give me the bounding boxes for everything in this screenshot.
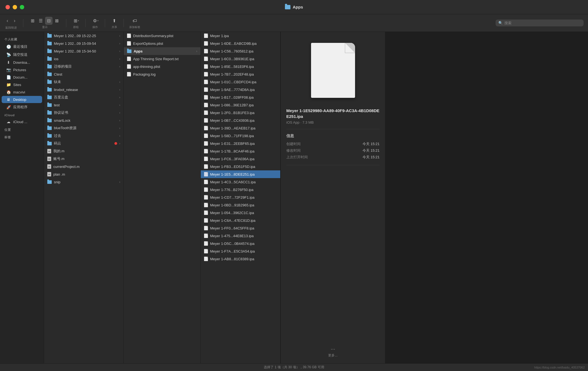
list-item[interactable]: m currentProject.m [44,163,123,170]
list-item-selected[interactable]: Meyer 1-1E5...8DEE251.ipa [201,170,280,178]
list-item[interactable]: Ctest [44,70,123,78]
list-item[interactable]: Meyer 1-FB3...ED51F5D.ipa [201,163,280,170]
list-item[interactable]: Meyer 1-0BD...91B2965.ipa [201,201,280,209]
sidebar-item-macvivi[interactable]: 🏠 macvivi [2,88,42,96]
list-item[interactable]: Meyer 1-9AE...7774D8A.ipa [201,86,280,93]
nav-label: 返回/前进 [5,26,17,30]
list-item[interactable]: Meyer 1-0B7...CC43936.ipa [201,117,280,124]
view-cover-button[interactable]: ⊠ [53,17,61,25]
folder-icon [47,142,52,145]
expand-arrow: › [119,111,120,114]
search-box[interactable]: 🔍 [496,20,584,26]
list-item[interactable]: Meyer 1-85E...581E0F6.ipa [201,63,280,70]
list-item[interactable]: Meyer 1-AB8...81C8389.ipa [201,255,280,263]
list-item[interactable]: Meyer 1-C56...7605812.ipa [201,47,280,55]
list-item[interactable]: 协议证书 › [44,109,123,117]
list-item[interactable]: Meyer 1-776...B276F50.ipa [201,186,280,193]
list-item[interactable]: 百度云盘 › [44,93,123,101]
list-item[interactable]: Meyer 1-01C...CBDFCD4.ipa [201,78,280,86]
group-button[interactable]: ⊞ ▾ [72,17,80,25]
list-item[interactable]: ExportOptions.plist [124,40,200,47]
sidebar-item-apps[interactable]: 🚀 应用程序 [2,103,42,111]
sidebar-item-desktop[interactable]: 🖥 Desktop [2,96,42,103]
list-item[interactable]: Meyer 1-086...36E12B7.ipa [201,101,280,109]
list-item[interactable]: 迁移的项目 › [44,63,123,70]
list-item[interactable]: Meyer 1-17B...8CA4F46.ipa [201,147,280,155]
list-item[interactable]: test › [44,101,123,109]
list-item[interactable]: Meyer 1 202...08 15-34-50 › [44,47,123,55]
list-item[interactable]: Meyer 1-7B7...202EF48.ipa [201,70,280,78]
list-item[interactable]: Meyer 1 202...09 15-09-54 › [44,40,123,47]
list-item[interactable]: m plan .m [44,170,123,178]
doc-icon [204,172,208,176]
sidebar-item-pictures[interactable]: 📷 Pictures [2,66,42,73]
list-item[interactable]: Meyer 1-D5C...0B44574.ipa [201,240,280,247]
sidebar-item-airdrop[interactable]: 📡 隔空投送 [2,51,42,59]
folder-icon [47,34,52,38]
doc-icon [204,203,208,207]
sidebar-item-downloads[interactable]: ⬇ Downloa... [2,59,42,66]
m-file-icon: m [47,164,51,169]
list-item[interactable]: Meyer 1-475...44E8E13.ipa [201,232,280,240]
tag-button[interactable]: 🏷 [131,17,139,25]
list-item[interactable]: smartLock › [44,117,123,124]
list-item[interactable]: Meyer 1-58D...71FF198.ipa [201,132,280,140]
list-item[interactable]: Meyer 1.ipa [201,32,280,40]
sidebar-item-icloud[interactable]: ☁ iCloud ... [2,118,42,125]
list-item[interactable]: Meyer 1-054...3962C1C.ipa [201,209,280,217]
column-1: Meyer 1 202...09 15-22-25 › Meyer 1 202.… [44,32,124,363]
list-item[interactable]: ios › [44,55,123,63]
list-item[interactable]: Meyer 1-4C3...5CA6CC1.ipa [201,178,280,186]
sidebar-item-documents[interactable]: 📄 Docum... [2,74,42,81]
list-item[interactable]: DistributionSummary.plist [124,32,200,40]
list-item[interactable]: App Thinning Size Report.txt [124,55,200,63]
list-item[interactable]: Meyer 1-39D...AEAEB17.ipa [201,124,280,132]
list-item[interactable]: Meyer 1-6C0...3B9361E.ipa [201,55,280,63]
list-item[interactable]: Meyer 1-2F0...B1B1FE3.ipa [201,109,280,117]
list-item[interactable]: snip › [44,178,123,186]
view-column-button[interactable]: ⊟ [45,17,53,25]
list-item[interactable]: Meyer 1-C6A...47EC81D.ipa [201,217,280,224]
search-input[interactable] [504,21,581,25]
preview-divider-1 [286,129,380,129]
sidebar-item-sites[interactable]: 📁 Sites [2,81,42,88]
action-button[interactable]: ⚙ ▾ [91,17,99,25]
expand-arrow: › [119,65,120,68]
list-item[interactable]: Meyer 1-E31...2EEBF65.ipa [201,140,280,147]
folder-icon [47,49,52,53]
doc-icon [204,195,208,200]
window-controls [6,5,24,9]
m-file-icon: m [47,157,51,161]
sidebar-item-label: Docum... [13,75,28,79]
list-item[interactable]: linxbot_release › [44,86,123,93]
back-button[interactable]: ‹ [4,16,10,25]
list-item[interactable]: Packaging.log [124,70,200,78]
doc-icon [127,72,131,76]
forward-button[interactable]: › [12,16,18,25]
list-item[interactable]: Meyer 1 202...09 15-22-25 › [44,32,123,40]
tag-buttons: 🏷 [131,17,139,25]
list-item[interactable]: Meyer 1-F7A...E5C3A54.ipa [201,247,280,255]
list-item[interactable]: Meyer 1-CD7...72F29F1.ipa [201,193,280,201]
minimize-button[interactable] [13,5,17,9]
list-item[interactable]: Apps › [124,47,200,55]
list-item[interactable]: 码云 › [44,140,123,147]
maximize-button[interactable] [20,5,24,9]
sidebar-item-recents[interactable]: 🕐 最近项目 [2,43,42,51]
list-item[interactable]: Meyer 1-6DE...EABCD9B.ipa [201,40,280,47]
list-item[interactable]: Meyer 1-FC6...3FA036A.ipa [201,155,280,163]
preview-more-button[interactable]: ··· 更多... [286,346,380,358]
view-icon-button[interactable]: ⊞ [29,17,36,25]
view-list-button[interactable]: ☰ [37,17,45,25]
list-item[interactable]: m 账号.m [44,155,123,163]
list-item[interactable]: m 我的.m [44,147,123,155]
close-button[interactable] [6,5,10,9]
list-item[interactable]: blueTooth资源 › [44,124,123,132]
list-item[interactable]: 钛未 › [44,78,123,86]
list-item[interactable]: app-thinning.plist [124,63,200,70]
sites-icon: 📁 [6,82,11,87]
list-item[interactable]: Meyer 1-B17...028FF08.ipa [201,93,280,101]
share-button[interactable]: ⬆ [111,17,118,25]
list-item[interactable]: 过去 › [44,132,123,140]
list-item[interactable]: Meyer 1-FF0...64C5FF8.ipa [201,224,280,232]
